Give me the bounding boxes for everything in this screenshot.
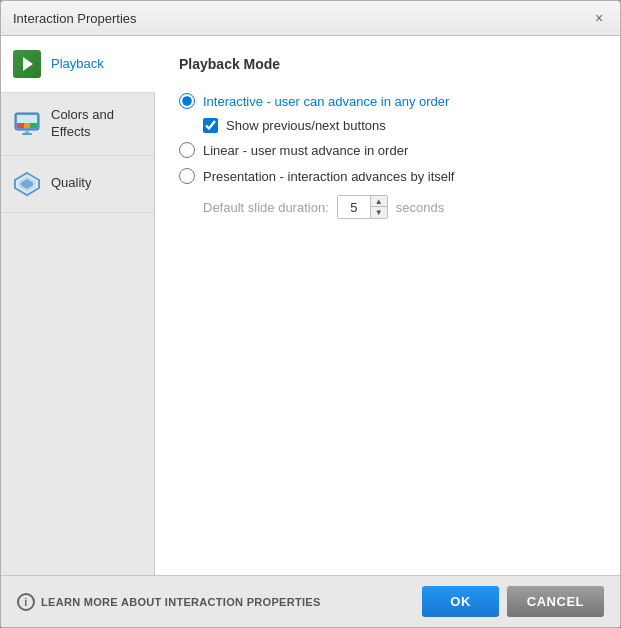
radio-interactive[interactable] <box>179 93 195 109</box>
checkbox-prev-next[interactable] <box>203 118 218 133</box>
sidebar-item-playback[interactable]: Playback <box>1 36 155 93</box>
playback-icon <box>13 50 41 78</box>
quality-icon <box>13 170 41 198</box>
radio-label-linear: Linear - user must advance in order <box>203 143 408 158</box>
colors-icon-svg <box>13 110 41 138</box>
cancel-button[interactable]: CANCEL <box>507 586 604 617</box>
learn-more-label: LEARN MORE ABOUT INTERACTION PROPERTIES <box>41 596 321 608</box>
sidebar-label-colors: Colors and Effects <box>51 107 142 141</box>
sidebar: Playback <box>1 36 155 575</box>
seconds-label: seconds <box>396 200 444 215</box>
quality-icon-svg <box>13 170 41 198</box>
checkbox-row-prev-next: Show previous/next buttons <box>203 114 596 137</box>
duration-label: Default slide duration: <box>203 200 329 215</box>
svg-rect-2 <box>17 123 24 128</box>
radio-item-interactive: Interactive - user can advance in any or… <box>179 88 596 114</box>
radio-label-interactive: Interactive - user can advance in any or… <box>203 94 449 109</box>
duration-input[interactable] <box>338 196 370 218</box>
sidebar-label-playback: Playback <box>51 56 104 73</box>
checkbox-label-prev-next: Show previous/next buttons <box>226 118 386 133</box>
footer-buttons: OK CANCEL <box>422 586 604 617</box>
learn-more-link[interactable]: i LEARN MORE ABOUT INTERACTION PROPERTIE… <box>17 593 321 611</box>
spinner-up-button[interactable]: ▲ <box>371 196 387 207</box>
radio-label-presentation: Presentation - interaction advances by i… <box>203 169 454 184</box>
dialog-body: Playback <box>1 36 620 575</box>
close-button[interactable]: × <box>590 9 608 27</box>
radio-item-presentation: Presentation - interaction advances by i… <box>179 163 596 189</box>
content-area: Playback Mode Interactive - user can adv… <box>155 36 620 575</box>
dialog-title: Interaction Properties <box>13 11 137 26</box>
duration-row: Default slide duration: ▲ ▼ seconds <box>203 195 596 219</box>
radio-linear[interactable] <box>179 142 195 158</box>
section-title: Playback Mode <box>179 56 596 72</box>
radio-presentation[interactable] <box>179 168 195 184</box>
ok-button[interactable]: OK <box>422 586 499 617</box>
interaction-properties-dialog: Interaction Properties × Playback <box>0 0 621 628</box>
radio-item-linear: Linear - user must advance in order <box>179 137 596 163</box>
info-icon: i <box>17 593 35 611</box>
sidebar-item-colors-effects[interactable]: Colors and Effects <box>1 93 154 156</box>
spinner-buttons: ▲ ▼ <box>370 196 387 218</box>
title-bar: Interaction Properties × <box>1 1 620 36</box>
dialog-footer: i LEARN MORE ABOUT INTERACTION PROPERTIE… <box>1 575 620 627</box>
playback-mode-options: Interactive - user can advance in any or… <box>179 88 596 219</box>
playback-icon-graphic <box>13 50 41 78</box>
svg-rect-5 <box>25 130 29 133</box>
svg-rect-4 <box>30 123 37 128</box>
svg-rect-3 <box>24 123 30 128</box>
sidebar-item-quality[interactable]: Quality <box>1 156 154 213</box>
svg-rect-6 <box>22 133 32 135</box>
duration-input-wrapper: ▲ ▼ <box>337 195 388 219</box>
colors-effects-icon <box>13 110 41 138</box>
spinner-down-button[interactable]: ▼ <box>371 207 387 218</box>
sidebar-label-quality: Quality <box>51 175 91 192</box>
